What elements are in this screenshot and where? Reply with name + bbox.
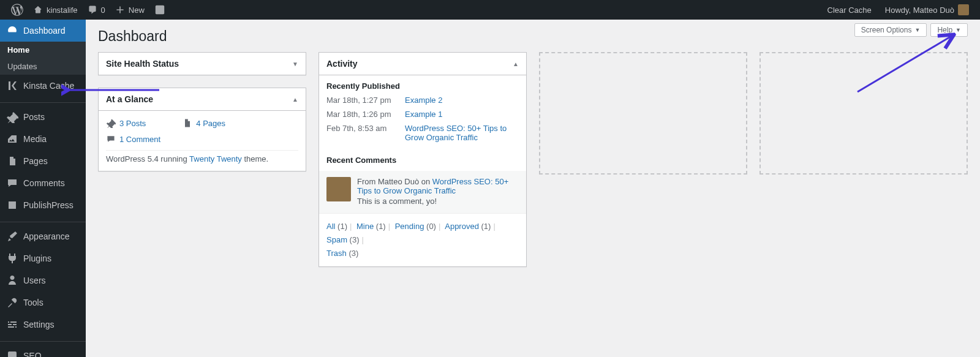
sidebar-item-media[interactable]: Media (0, 128, 86, 150)
site-name: kinstalife (47, 6, 78, 15)
page-icon (6, 155, 18, 167)
home-icon (33, 5, 43, 15)
sidebar-item-plugins[interactable]: Plugins (0, 247, 86, 269)
kinsta-icon (6, 80, 18, 92)
user-icon (6, 274, 18, 287)
sidebar-item-kinsta-cache[interactable]: Kinsta Cache (0, 75, 86, 97)
comments-count: 0 (101, 6, 105, 15)
avatar (326, 177, 351, 201)
help-button[interactable]: Help▼ (930, 23, 968, 37)
sidebar-item-appearance[interactable]: Appearance (0, 225, 86, 247)
activity-row: Mar 18th, 1:26 pm Example 1 (319, 107, 526, 121)
version-line: WordPress 5.4 running Twenty Twenty them… (106, 150, 298, 163)
wp-logo[interactable] (6, 0, 28, 20)
main-content: Screen Options▼ Help▼ Dashboard Site Hea… (86, 20, 980, 357)
avatar (958, 4, 969, 15)
howdy-text: Howdy, Matteo Duò (885, 6, 954, 15)
filter-trash[interactable]: Trash (326, 249, 347, 258)
sidebar-item-posts[interactable]: Posts (0, 106, 86, 128)
separator (0, 339, 86, 342)
clear-cache-link[interactable]: Clear Cache (819, 0, 876, 20)
glance-pages[interactable]: 4 Pages (183, 118, 225, 128)
post-link[interactable]: WordPress SEO: 50+ Tips to Grow Organic … (405, 124, 519, 142)
dashboard-submenu: Home Updates (0, 42, 86, 75)
glance-header[interactable]: At a Glance ▲ (99, 88, 306, 111)
yoast-menu[interactable] (149, 0, 170, 20)
brush-icon (6, 230, 18, 242)
filter-approved[interactable]: Approved (445, 222, 479, 231)
page-title: Dashboard (98, 20, 968, 52)
widget-dropzone[interactable] (539, 52, 747, 175)
separator (0, 100, 86, 103)
recent-comments-heading: Recent Comments (319, 149, 526, 167)
page-icon (183, 118, 192, 128)
filter-pending[interactable]: Pending (395, 222, 424, 231)
filter-mine[interactable]: Mine (356, 222, 374, 231)
svg-rect-1 (8, 351, 17, 357)
media-icon (6, 133, 18, 145)
site-health-header[interactable]: Site Health Status ▼ (99, 53, 306, 75)
comments-bubble[interactable]: 0 (83, 0, 110, 20)
chevron-down-icon: ▼ (914, 27, 920, 33)
activity-row: Mar 18th, 1:27 pm Example 2 (319, 93, 526, 107)
plug-icon (6, 252, 18, 265)
post-link[interactable]: Example 1 (405, 110, 442, 119)
sidebar-item-dashboard[interactable]: Dashboard (0, 20, 86, 42)
sidebar-item-tools[interactable]: Tools (0, 291, 86, 314)
sidebar-item-publishpress[interactable]: PublishPress (0, 194, 86, 216)
wordpress-icon (11, 4, 23, 16)
post-link[interactable]: Example 2 (405, 96, 442, 105)
recently-published-heading: Recently Published (319, 75, 526, 93)
dashboard-icon (6, 24, 18, 37)
new-content[interactable]: New (110, 0, 149, 20)
comment-icon (88, 5, 97, 15)
plus-icon (115, 5, 125, 15)
activity-widget: Activity ▲ Recently Published Mar 18th, … (318, 52, 527, 267)
sidebar-subitem-updates[interactable]: Updates (0, 58, 86, 75)
svg-rect-0 (156, 6, 164, 14)
user-menu[interactable]: Howdy, Matteo Duò (876, 0, 974, 20)
yoast-icon (154, 4, 165, 15)
sliders-icon (6, 318, 18, 331)
at-a-glance-widget: At a Glance ▲ 3 Posts 4 Pages (98, 88, 306, 171)
comment-icon (6, 177, 18, 189)
sidebar-item-users[interactable]: Users (0, 269, 86, 291)
chevron-up-icon[interactable]: ▲ (513, 61, 519, 67)
admin-bar: kinstalife 0 New Clear Cache Howdy, Matt… (0, 0, 980, 20)
comment-text: This is a comment, yo! (357, 197, 519, 206)
comment-filters: All (1)| Mine (1)| Pending (0)| Approved… (319, 213, 526, 266)
comment-icon (106, 134, 116, 144)
pin-icon (106, 118, 116, 128)
sidebar-subitem-home[interactable]: Home (0, 42, 86, 58)
activity-row: Feb 7th, 8:53 am WordPress SEO: 50+ Tips… (319, 121, 526, 145)
sidebar-item-settings[interactable]: Settings (0, 314, 86, 336)
screen-options-button[interactable]: Screen Options▼ (854, 23, 927, 37)
sidebar-item-seo[interactable]: SEO (0, 345, 86, 357)
chevron-down-icon[interactable]: ▼ (292, 61, 298, 67)
sidebar-item-comments[interactable]: Comments (0, 172, 86, 194)
pin-icon (6, 111, 18, 123)
widget-dropzone[interactable] (760, 52, 968, 175)
glance-comments[interactable]: 1 Comment (106, 134, 298, 144)
theme-link[interactable]: Twenty Twenty (189, 154, 242, 163)
chevron-up-icon[interactable]: ▲ (292, 96, 298, 103)
filter-all[interactable]: All (326, 222, 335, 231)
activity-header[interactable]: Activity ▲ (319, 53, 526, 75)
calendar-icon (6, 199, 18, 211)
admin-sidebar: Dashboard Home Updates Kinsta Cache Post… (0, 20, 86, 357)
recent-comment: From Matteo Duò on WordPress SEO: 50+ Ti… (319, 171, 526, 213)
new-label: New (129, 6, 145, 15)
yoast-icon (6, 350, 18, 357)
sidebar-item-pages[interactable]: Pages (0, 150, 86, 172)
wrench-icon (6, 296, 18, 309)
separator (0, 219, 86, 222)
filter-spam[interactable]: Spam (326, 235, 347, 244)
chevron-down-icon: ▼ (956, 27, 961, 33)
site-health-widget: Site Health Status ▼ (98, 52, 306, 75)
site-link[interactable]: kinstalife (28, 0, 83, 20)
glance-posts[interactable]: 3 Posts (106, 118, 146, 128)
